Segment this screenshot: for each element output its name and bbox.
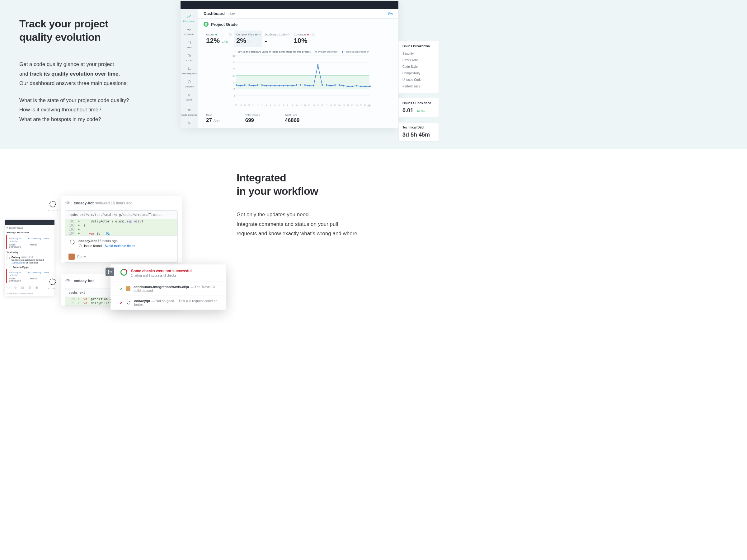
emoji-icon[interactable]: ☺ xyxy=(7,286,10,289)
breakdown-item[interactable]: Compatibility xyxy=(403,70,435,77)
stat-issues[interactable]: Issues 12%⌄1% ? xyxy=(204,30,234,47)
svg-point-44 xyxy=(291,85,292,86)
svg-text:24: 24 xyxy=(356,104,358,106)
commit-icon xyxy=(187,27,192,32)
svg-text:25: 25 xyxy=(232,68,235,70)
svg-point-98 xyxy=(67,202,69,204)
svg-point-101 xyxy=(50,279,56,285)
svg-point-31 xyxy=(236,84,237,85)
svg-point-14 xyxy=(189,123,190,124)
status-dot-icon xyxy=(307,34,309,35)
panel-tech-debt: Technical Debt 3d 5h 45m xyxy=(398,122,439,141)
footer-issues: Total Issues 699 xyxy=(245,113,260,124)
breakdown-item[interactable]: Security xyxy=(403,50,435,57)
para-line: and track its quality evolution over tim… xyxy=(19,70,181,79)
stats-row: Issues 12%⌄1% ? Complex Files 2%= ? Dupl… xyxy=(204,30,398,47)
checks-title: Some checks were not successful xyxy=(131,269,192,273)
svg-point-35 xyxy=(253,85,254,86)
svg-point-58 xyxy=(352,85,353,87)
question: What is the state of your projects code … xyxy=(19,96,181,105)
avatar xyxy=(69,254,75,260)
svg-point-105 xyxy=(110,271,112,272)
slack-message: Codacy APP 11:14 Codacy just analysed co… xyxy=(5,255,54,265)
svg-point-62 xyxy=(369,85,370,87)
branch-selector[interactable]: dev xyxy=(229,11,239,16)
svg-point-47 xyxy=(304,84,306,85)
chart-icon xyxy=(187,14,192,19)
breakdown-item[interactable]: Performance xyxy=(403,83,435,89)
para-line: requests and know exactly what's wrong a… xyxy=(236,229,747,239)
svg-text:8: 8 xyxy=(287,104,288,106)
sidebar-item-security[interactable]: Security xyxy=(181,77,198,90)
section1-copy: Track your project quality evolution Get… xyxy=(0,0,181,149)
reply-box[interactable]: Renlv xyxy=(65,251,178,263)
stat-coverage[interactable]: Coverage 10%= ? xyxy=(291,30,317,47)
sidebar-item-files[interactable]: Files xyxy=(181,38,198,51)
sidebar-item-commits[interactable]: Commits xyxy=(181,25,198,38)
breakdown-item[interactable]: Error Prone xyxy=(403,57,435,63)
svg-text:15: 15 xyxy=(317,104,319,106)
codacy-icon xyxy=(126,300,131,305)
stat-duplicated[interactable]: Duplicated Code - ? xyxy=(262,30,291,47)
svg-point-52 xyxy=(326,84,327,85)
info-icon[interactable]: ? xyxy=(286,33,289,36)
issues-chart: 20% is the standard value of issue perce… xyxy=(204,50,398,110)
dashboard-mockup: Dashboard Commits Files Issues Pull Requ… xyxy=(181,1,398,128)
checks-subtitle: 1 failing and 1 successful checks xyxy=(131,274,192,277)
slack-channel[interactable]: # codacy-news xyxy=(5,225,54,231)
section2-copy: Integrated in your workflow Get only the… xyxy=(236,171,747,320)
sidebar: Dashboard Commits Files Issues Pull Requ… xyxy=(181,9,198,128)
sidebar-item-issues[interactable]: Issues xyxy=(181,51,198,64)
sidebar-item-goals[interactable]: Goals xyxy=(181,90,198,103)
chart-svg: 5101520253035272829303112345678910111213… xyxy=(204,53,398,109)
svg-text:10: 10 xyxy=(232,88,235,90)
stat-complex[interactable]: Complex Files 2%= ? xyxy=(234,30,262,47)
check-row[interactable]: ✕ codacy/pr — Not so good… This pull req… xyxy=(110,296,226,310)
camera-icon[interactable]: ◎ xyxy=(14,286,17,289)
review-comment: codacy-bot 15 hours ago Issue found: Avo… xyxy=(65,236,178,251)
svg-rect-29 xyxy=(236,76,369,89)
svg-text:15: 15 xyxy=(232,81,235,84)
svg-text:30: 30 xyxy=(232,61,235,63)
info-icon[interactable]: ? xyxy=(257,33,260,36)
svg-point-42 xyxy=(283,85,284,86)
breakdown-item[interactable]: Code Style xyxy=(403,63,435,70)
file-path[interactable]: squbs-ext/src/test/scala/org/squbs/strea… xyxy=(65,210,178,219)
sidebar-item-pullrequests[interactable]: Pull Requests xyxy=(181,64,198,77)
svg-point-32 xyxy=(240,85,241,86)
legend-swatch-icon xyxy=(233,52,236,52)
switch-link[interactable]: Sw xyxy=(388,12,393,16)
commit-link[interactable]: 1989630eac xyxy=(11,261,25,264)
svg-point-43 xyxy=(287,85,288,86)
slack-mockup: # codacy-news Rodrigo Fernandes Not so g… xyxy=(5,220,54,296)
slack-message-input[interactable]: Message #codacy-news xyxy=(5,291,54,296)
breakdown-item[interactable]: Unused Code xyxy=(403,77,435,83)
bookmark-icon[interactable]: ▣ xyxy=(35,286,38,289)
section1-title: Track your project quality evolution xyxy=(19,17,181,44)
sidebar-item-codepatterns[interactable]: Code patterns xyxy=(181,105,198,118)
codacy-logo-icon: CODACY xyxy=(48,277,57,286)
sidebar-item-dashboard[interactable]: Dashboard xyxy=(181,12,198,25)
issue-link[interactable]: Avoid mutable fields xyxy=(105,244,135,248)
mention-icon[interactable]: @ xyxy=(28,286,31,289)
svg-text:9: 9 xyxy=(292,104,293,106)
legend-dot-icon xyxy=(315,51,317,53)
window-titlebar xyxy=(181,1,398,9)
svg-text:6: 6 xyxy=(279,104,280,106)
info-icon[interactable]: ? xyxy=(312,33,315,36)
slack-message: Johann Egger Not so good… This commit qu… xyxy=(5,265,54,283)
para-line: Our dashboard answers three main questio… xyxy=(19,79,181,88)
svg-text:11: 11 xyxy=(300,104,302,106)
checks-popup: Some checks were not successful 1 failin… xyxy=(110,264,226,310)
panel-breakdown: Issues Breakdown Security Error Prone Co… xyxy=(398,41,439,93)
svg-point-40 xyxy=(274,85,276,86)
attachment-icon[interactable]: ▤ xyxy=(21,286,24,289)
sidebar-item-settings[interactable] xyxy=(181,118,198,128)
gear-icon xyxy=(187,121,192,126)
svg-point-36 xyxy=(257,84,258,85)
github-review-card: CODACY codacy-bot reviewed 15 hours ago … xyxy=(61,196,182,263)
svg-point-0 xyxy=(189,29,190,30)
info-icon[interactable]: ? xyxy=(229,33,232,36)
check-row[interactable]: ✓ continuous-integration/travis-ci/pr — … xyxy=(110,282,226,296)
bulb-icon xyxy=(187,92,192,97)
